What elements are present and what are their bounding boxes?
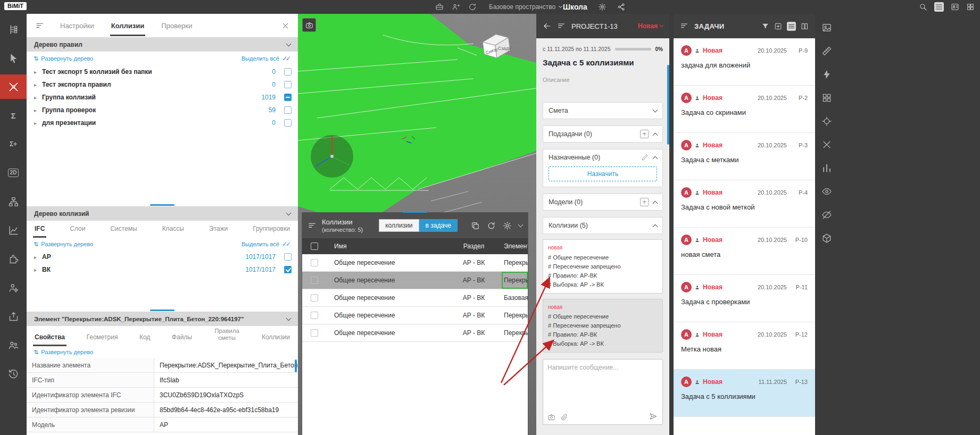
chevron-up-icon[interactable] xyxy=(653,200,658,206)
copy-icon[interactable] xyxy=(471,221,480,230)
collision-tree-item[interactable]: ▸ АР 1017/1017 xyxy=(27,250,298,263)
collisions-tool-icon[interactable] xyxy=(0,74,27,99)
panel-resize-handle[interactable] xyxy=(403,211,427,213)
visibility-icon[interactable] xyxy=(821,186,832,197)
tab-ifc[interactable]: IFC xyxy=(33,222,46,238)
row-checkbox[interactable] xyxy=(311,259,318,266)
tab-checks[interactable]: Проверки xyxy=(160,15,193,36)
checkbox[interactable] xyxy=(284,106,292,114)
team-add-icon[interactable] xyxy=(452,3,460,11)
rule-tree-item[interactable]: ▸ для презентации 0 xyxy=(27,116,298,129)
tab-systems[interactable]: Системы xyxy=(109,222,138,238)
settings-gear-icon[interactable] xyxy=(503,221,512,230)
checkbox-partial[interactable] xyxy=(284,94,292,101)
scrollbar[interactable] xyxy=(295,359,297,372)
property-row[interactable]: Название элемента Перекрытие:ADSK_Перекр… xyxy=(27,358,298,373)
scrollbar[interactable] xyxy=(667,65,669,145)
tab-classes[interactable]: Классы xyxy=(161,222,186,238)
share-icon[interactable] xyxy=(617,3,626,11)
task-card[interactable]: А Новая 20.10.2025 P-11 Задача с проверк… xyxy=(674,275,815,322)
apps-grid-icon[interactable] xyxy=(966,3,975,11)
checkbox[interactable] xyxy=(284,68,292,76)
screenshot-camera-button[interactable] xyxy=(302,18,316,32)
close-icon[interactable] xyxy=(281,22,289,30)
property-row[interactable]: Идентификатор элемента IFC 3CU0Zb6S9D19O… xyxy=(27,388,298,403)
stats-icon[interactable] xyxy=(821,163,832,173)
panel-menu-icon[interactable] xyxy=(35,21,44,30)
assign-button[interactable]: Назначить xyxy=(549,166,657,181)
tree-caret-icon[interactable]: ▸ xyxy=(34,82,38,88)
add-task-icon[interactable] xyxy=(774,22,782,30)
sum-plus-icon[interactable]: Σ+ xyxy=(0,132,27,156)
task-card[interactable]: А Новая 20.10.2025 P-10 новая смета xyxy=(674,228,815,275)
paperclip-icon[interactable] xyxy=(560,413,568,421)
tab-groupings[interactable]: Группировки xyxy=(251,222,292,238)
tab-floors[interactable]: Этажи xyxy=(207,222,229,238)
property-row[interactable]: Модель АР xyxy=(27,417,298,432)
chevron-up-icon[interactable] xyxy=(653,132,658,138)
apps-icon[interactable] xyxy=(821,93,832,103)
structure-icon[interactable] xyxy=(0,189,27,214)
collaboration-icon[interactable] xyxy=(0,333,27,357)
collision-row[interactable]: Общее пересечение АР - ВК Перекрыти xyxy=(302,254,528,272)
panel-menu-icon[interactable] xyxy=(308,221,317,230)
checkbox[interactable] xyxy=(284,253,292,261)
chevron-up-icon[interactable] xyxy=(653,224,658,229)
task-card-selected[interactable]: А Новая 11.11.2025 P-13 Задача с 5 колли… xyxy=(674,370,815,417)
add-subtask-icon[interactable] xyxy=(640,130,649,138)
tab-properties[interactable]: Свойства xyxy=(33,330,67,346)
menu-list-icon[interactable] xyxy=(934,2,944,12)
row-checkbox[interactable] xyxy=(311,294,318,302)
rule-tree-item[interactable]: ▸ Группа проверок 59 xyxy=(27,104,298,116)
contact-card-icon[interactable] xyxy=(951,3,959,11)
chevron-down-icon[interactable] xyxy=(518,222,524,228)
tree-caret-icon[interactable]: ▸ xyxy=(34,69,38,75)
checkbox[interactable] xyxy=(284,119,292,127)
checkbox-checked[interactable] xyxy=(284,266,292,273)
element-section-header[interactable]: Элемент "Перекрытие:ADSK_Перекрытие_Плит… xyxy=(27,312,298,326)
task-card[interactable]: А Новая 20.10.2025 P-4 Задача с новой ме… xyxy=(674,180,815,228)
select-all-link[interactable]: Выделить всё✓✓ xyxy=(242,55,291,62)
search-icon[interactable] xyxy=(919,3,927,11)
expand-tree-link[interactable]: ⇅Развернуть дерево xyxy=(34,241,93,248)
checkbox[interactable] xyxy=(284,81,292,88)
user-settings-icon[interactable] xyxy=(0,275,27,300)
gear-icon[interactable] xyxy=(598,3,607,11)
column-name[interactable]: Имя xyxy=(327,242,446,250)
bimit-logo[interactable]: BiMiT xyxy=(4,2,27,10)
select-all-link[interactable]: Выделить всё✓✓ xyxy=(242,240,291,248)
column-element[interactable]: Элемент (Мо xyxy=(502,238,528,254)
task-card[interactable]: А Новая 20.10.2025 P-9 задача для вложен… xyxy=(674,38,815,86)
collision-tree-item[interactable]: ▸ ВК 1017/1017 xyxy=(27,263,298,276)
filter-funnel-icon[interactable] xyxy=(761,22,769,30)
tab-estimate-rules[interactable]: Правила сметы xyxy=(212,324,242,346)
panel-menu-icon[interactable] xyxy=(680,22,688,30)
chevron-up-icon[interactable] xyxy=(653,156,658,161)
expand-tree-link[interactable]: ⇅Развернуть дерево xyxy=(34,55,93,62)
tab-settings[interactable]: Настройки xyxy=(59,15,95,36)
clear-selection-icon[interactable] xyxy=(821,139,832,150)
task-card[interactable]: А Новая 20.10.2025 P-3 Задача с метками xyxy=(674,133,815,180)
tab-code[interactable]: Код xyxy=(138,330,152,346)
collision-tree-header[interactable]: Дерево коллизий xyxy=(27,206,298,221)
tab-element-collisions[interactable]: Коллизии xyxy=(260,330,292,346)
focus-target-icon[interactable] xyxy=(821,116,832,127)
send-icon[interactable] xyxy=(649,412,658,421)
sum-icon[interactable]: Σ xyxy=(0,103,27,128)
panel-resize-handle[interactable] xyxy=(150,204,175,206)
task-status-badge[interactable]: Новая xyxy=(638,22,663,30)
model-tree-icon[interactable] xyxy=(0,17,27,41)
assignees-section[interactable]: Назначенные (0) Назначить xyxy=(543,149,663,187)
tree-caret-icon[interactable]: ▸ xyxy=(34,254,38,260)
panel-resize-handle[interactable] xyxy=(150,309,175,311)
estimate-section[interactable]: Смета xyxy=(543,102,663,119)
collision-row[interactable]: Общее пересечение АР - ВК Базовая ст xyxy=(302,289,528,307)
message-input[interactable] xyxy=(543,359,662,408)
collision-row[interactable]: Общее пересечение АР - ВК Перекрыти xyxy=(302,307,528,324)
tab-geometry[interactable]: Геометрия xyxy=(85,330,120,346)
rule-tree-item[interactable]: ▸ Группа коллизий 1019 xyxy=(27,91,298,104)
select-cursor-icon[interactable] xyxy=(0,46,27,70)
row-checkbox[interactable] xyxy=(311,277,318,284)
property-row[interactable]: IFC-тип IfcSlab xyxy=(27,373,298,388)
property-row[interactable]: Идентификатор элемента ревизии 85bd9b64-… xyxy=(27,403,298,417)
